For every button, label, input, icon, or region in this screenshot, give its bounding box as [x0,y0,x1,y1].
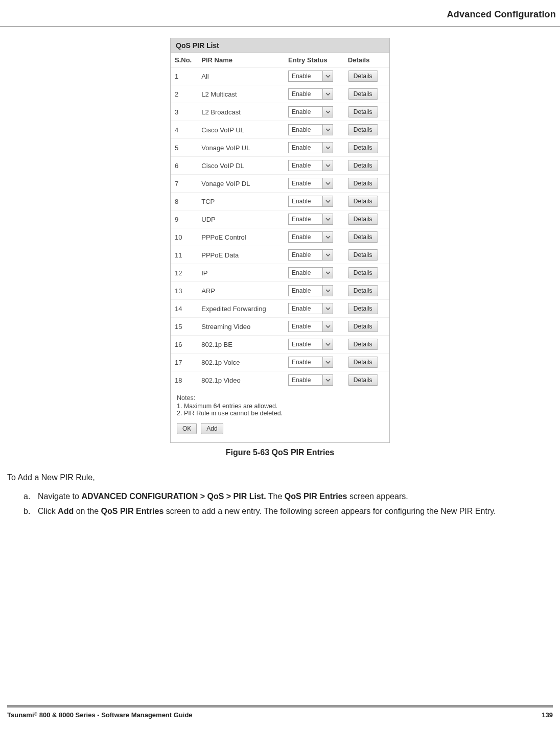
cell-pir-name: PPPoE Control [197,228,284,246]
col-header-sno: S.No. [171,53,197,67]
step-a: a. Navigate to ADVANCED CONFIGURATION > … [38,490,553,502]
entry-status-dropdown[interactable]: Enable [288,70,333,82]
entry-status-dropdown[interactable]: Enable [288,124,333,135]
chevron-down-icon[interactable] [322,286,333,296]
cell-sno: 6 [171,157,197,175]
step-b-t1: Click [38,507,58,515]
entry-status-dropdown[interactable]: Enable [288,196,333,207]
cell-entry-status: Enable [284,282,344,300]
details-button[interactable]: Details [348,267,378,278]
cell-entry-status: Enable [284,175,344,193]
entry-status-dropdown[interactable]: Enable [288,285,333,296]
cell-sno: 16 [171,336,197,354]
details-button[interactable]: Details [348,231,378,243]
table-row: 17802.1p VoiceEnableDetails [171,354,389,371]
entry-status-dropdown[interactable]: Enable [288,142,333,153]
entry-status-dropdown[interactable]: Enable [288,160,333,171]
chevron-down-icon[interactable] [322,160,333,171]
cell-pir-name: PPPoE Data [197,246,284,264]
details-button[interactable]: Details [348,303,378,314]
details-button[interactable]: Details [348,214,378,225]
entry-status-dropdown[interactable]: Enable [288,214,333,225]
details-button[interactable]: Details [348,70,378,82]
cell-entry-status: Enable [284,103,344,121]
table-row: 6Cisco VoIP DLEnableDetails [171,157,389,175]
details-button[interactable]: Details [348,178,378,189]
chevron-down-icon[interactable] [322,303,333,314]
chevron-down-icon[interactable] [322,357,333,367]
step-a-t1: Navigate to [38,492,81,501]
step-b-marker: b. [24,505,30,517]
cell-entry-status: Enable [284,139,344,157]
add-button[interactable]: Add [201,423,223,434]
entry-status-value: Enable [292,216,311,223]
step-b-bold1: Add [58,507,74,515]
details-button[interactable]: Details [348,285,378,296]
details-button[interactable]: Details [348,249,378,261]
body-text: To Add a New PIR Rule, a. Navigate to AD… [0,472,560,517]
chevron-down-icon[interactable] [322,125,333,135]
entry-status-dropdown[interactable]: Enable [288,357,333,368]
chevron-down-icon[interactable] [322,268,333,278]
chevron-down-icon[interactable] [322,107,333,117]
details-button[interactable]: Details [348,88,378,100]
details-button[interactable]: Details [348,106,378,117]
table-row: 4Cisco VoIP ULEnableDetails [171,121,389,139]
cell-entry-status: Enable [284,210,344,228]
entry-status-dropdown[interactable]: Enable [288,374,333,386]
cell-sno: 3 [171,103,197,121]
entry-status-dropdown[interactable]: Enable [288,303,333,314]
details-button[interactable]: Details [348,160,378,171]
details-button[interactable]: Details [348,321,378,332]
chevron-down-icon[interactable] [322,250,333,260]
table-row: 15Streaming VideoEnableDetails [171,318,389,336]
entry-status-dropdown[interactable]: Enable [288,106,333,117]
cell-sno: 9 [171,210,197,228]
entry-status-dropdown[interactable]: Enable [288,178,333,189]
entry-status-dropdown[interactable]: Enable [288,321,333,332]
cell-sno: 15 [171,318,197,336]
chevron-down-icon[interactable] [322,339,333,349]
entry-status-value: Enable [292,269,311,276]
cell-pir-name: Vonage VoIP UL [197,139,284,157]
cell-details: Details [344,85,389,103]
table-row: 18802.1p VideoEnableDetails [171,371,389,389]
table-row: 12IPEnableDetails [171,264,389,282]
cell-pir-name: 802.1p Video [197,371,284,389]
entry-status-dropdown[interactable]: Enable [288,231,333,243]
ok-button[interactable]: OK [177,423,197,434]
details-button[interactable]: Details [348,124,378,135]
step-a-bold1: ADVANCED CONFIGURATION > QoS > PIR List. [81,492,266,501]
chevron-down-icon[interactable] [322,321,333,332]
cell-details: Details [344,318,389,336]
cell-pir-name: IP [197,264,284,282]
entry-status-dropdown[interactable]: Enable [288,339,333,350]
table-row: 1AllEnableDetails [171,67,389,85]
entry-status-dropdown[interactable]: Enable [288,88,333,100]
table-header-row: S.No. PIR Name Entry Status Details [171,53,389,67]
cell-entry-status: Enable [284,193,344,210]
cell-pir-name: Vonage VoIP DL [197,175,284,193]
chevron-down-icon[interactable] [322,143,333,153]
details-button[interactable]: Details [348,357,378,368]
entry-status-dropdown[interactable]: Enable [288,249,333,261]
table-row: 5Vonage VoIP ULEnableDetails [171,139,389,157]
chevron-down-icon[interactable] [322,71,333,81]
cell-pir-name: ARP [197,282,284,300]
details-button[interactable]: Details [348,196,378,207]
entry-status-dropdown[interactable]: Enable [288,267,333,278]
details-button[interactable]: Details [348,339,378,350]
cell-pir-name: UDP [197,210,284,228]
details-button[interactable]: Details [348,142,378,153]
cell-details: Details [344,139,389,157]
chevron-down-icon[interactable] [322,89,333,99]
chevron-down-icon[interactable] [322,214,333,224]
footer-brand: Tsunami [7,711,34,719]
notes-line-1: 1. Maximum 64 entries are allowed. [177,403,383,410]
chevron-down-icon[interactable] [322,375,333,385]
chevron-down-icon[interactable] [322,196,333,206]
details-button[interactable]: Details [348,374,378,386]
chevron-down-icon[interactable] [322,232,333,242]
header-rule [0,26,560,27]
chevron-down-icon[interactable] [322,178,333,189]
